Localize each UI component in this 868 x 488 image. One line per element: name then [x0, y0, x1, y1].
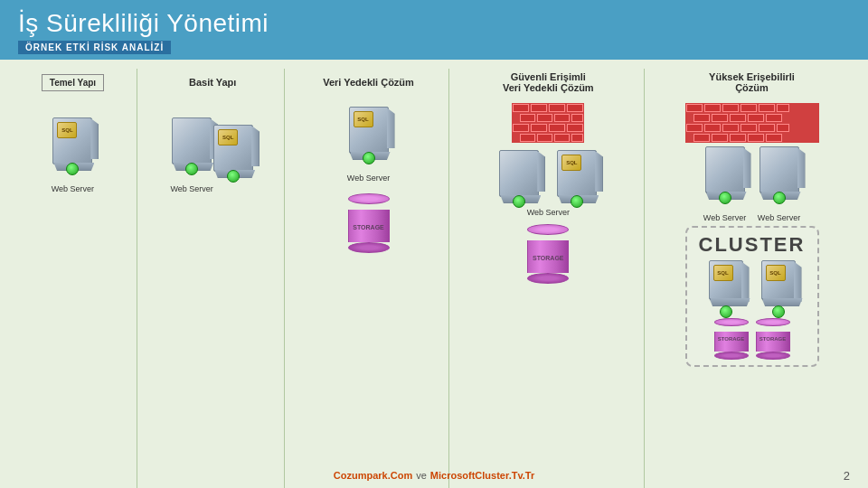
status-dot-yuksek-1 — [719, 192, 731, 204]
section-yuksek: Yüksek Erişebilirli Çözüm — [648, 69, 859, 488]
cylinder-bottom-c1 — [714, 352, 749, 360]
cylinder-body-c2 — [756, 332, 790, 352]
storage-label-c1: STORAGE — [718, 336, 745, 342]
cylinder-bottom-guvenli — [527, 273, 569, 284]
server-guvenli-2: SQL — [554, 150, 599, 204]
cylinder-bottom-c2 — [756, 352, 790, 360]
sql-badge-cluster-2: SQL — [766, 265, 786, 281]
server-cluster-2: SQL — [756, 260, 801, 314]
server-icon-temel: SQL — [50, 117, 95, 172]
section-label-temel: Temel Yapı — [42, 69, 104, 96]
server-label-yuksek-2: Web Server — [758, 213, 800, 222]
status-dot-guvenli-2 — [571, 195, 583, 208]
cylinder-body-c1 — [714, 332, 749, 352]
section-basit: Basit Yapı Web Server SQL — [141, 69, 286, 488]
server-label-guvenli: Web Server — [527, 208, 570, 217]
server-cluster-1: SQL — [703, 260, 749, 314]
section-label-yuksek: Yüksek Erişebilirli Çözüm — [709, 69, 795, 96]
storage-cluster-1: STORAGE — [714, 318, 749, 360]
status-dot-basit-1 — [185, 163, 198, 175]
footer: Cozumpark.Com ve MicrosoftCluster.Tv.Tr … — [0, 470, 868, 481]
server-label-basit-1: Web Server — [171, 184, 213, 193]
section-label-guvenli: Güvenli Erişimli Veri Yedekli Çözüm — [503, 69, 594, 96]
status-dot-veri — [363, 152, 375, 164]
server-veri: SQL Web Server — [346, 107, 392, 183]
server-basit-1: Web Server — [169, 117, 214, 193]
cluster-box: CLUSTER SQL SQL — [685, 226, 819, 367]
server-icon-cluster-1: SQL — [703, 260, 749, 314]
server-label-veri: Web Server — [347, 174, 390, 183]
status-dot-guvenli-1 — [513, 195, 525, 208]
server-icon-cluster-2: SQL — [756, 260, 801, 314]
page-number: 2 — [844, 469, 850, 483]
storage-veri: STORAGE — [348, 193, 390, 253]
firewall-yuksek — [685, 103, 819, 143]
cylinder-top-guvenli — [527, 224, 569, 235]
section-temel: Temel Yapı SQL Web Server — [9, 69, 137, 488]
status-dot-cluster-1 — [720, 305, 732, 318]
server-icon-guvenli-2: SQL — [554, 150, 599, 204]
section-veri: Veri Yedekli Çözüm SQL Web Server STORAG… — [288, 69, 448, 488]
header: İş Sürekliliği Yönetimi ÖRNEK ETKİ RİSK … — [0, 0, 868, 60]
main-content: Temel Yapı SQL Web Server Basit Yapı — [0, 60, 868, 488]
footer-and: ve — [416, 470, 427, 481]
cluster-label: CLUSTER — [694, 233, 810, 257]
server-icon-guvenli-1 — [496, 150, 542, 204]
server-guvenli-1 — [496, 150, 542, 204]
sql-badge-temel: SQL — [57, 122, 77, 138]
cylinder-top-c2 — [756, 318, 790, 326]
sql-badge-cluster-1: SQL — [713, 265, 733, 281]
status-dot-temel — [66, 163, 79, 175]
subtitle-badge: ÖRNEK ETKİ RİSK ANALİZİ — [18, 41, 171, 54]
sql-badge-veri: SQL — [354, 111, 373, 127]
server-icon-veri: SQL — [346, 107, 392, 161]
server-label-yuksek-1: Web Server — [703, 213, 746, 222]
firewall-top — [512, 103, 584, 143]
section-label-veri: Veri Yedekli Çözüm — [323, 69, 414, 96]
sql-badge-basit: SQL — [218, 129, 238, 145]
server-yuksek-2: Web Server — [757, 146, 802, 222]
server-yuksek-1: Web Server — [703, 146, 748, 222]
status-dot-yuksek-2 — [773, 192, 786, 204]
server-temel: SQL Web Server — [50, 117, 95, 193]
server-icon-basit-1 — [169, 117, 214, 172]
cylinder-bottom-veri — [348, 242, 390, 253]
storage-cluster-2: STORAGE — [756, 318, 790, 360]
footer-link-mscl[interactable]: MicrosoftCluster.Tv.Tr — [430, 470, 534, 481]
cylinder-top-c1 — [714, 318, 749, 326]
status-dot-cluster-2 — [772, 305, 785, 318]
server-icon-basit-2: SQL — [211, 125, 256, 179]
storage-label-c2: STORAGE — [760, 336, 787, 342]
storage-label-guvenli: STORAGE — [533, 255, 564, 261]
storage-guvenli: STORAGE — [527, 224, 569, 284]
storage-label-veri: STORAGE — [353, 224, 384, 230]
server-basit-2: SQL — [211, 125, 256, 179]
cylinder-top-veri — [348, 193, 390, 204]
server-icon-yuksek-1 — [703, 146, 748, 201]
status-dot-basit-2 — [227, 170, 240, 183]
server-label-temel: Web Server — [52, 184, 94, 193]
footer-link-cozumpark[interactable]: Cozumpark.Com — [334, 470, 412, 481]
page-title: İş Sürekliliği Yönetimi — [18, 9, 850, 38]
server-icon-yuksek-2 — [757, 146, 802, 201]
section-label-basit: Basit Yapı — [189, 69, 236, 96]
sql-badge-guvenli: SQL — [561, 155, 581, 171]
section-guvenli: Güvenli Erişimli Veri Yedekli Çözüm — [453, 69, 645, 488]
